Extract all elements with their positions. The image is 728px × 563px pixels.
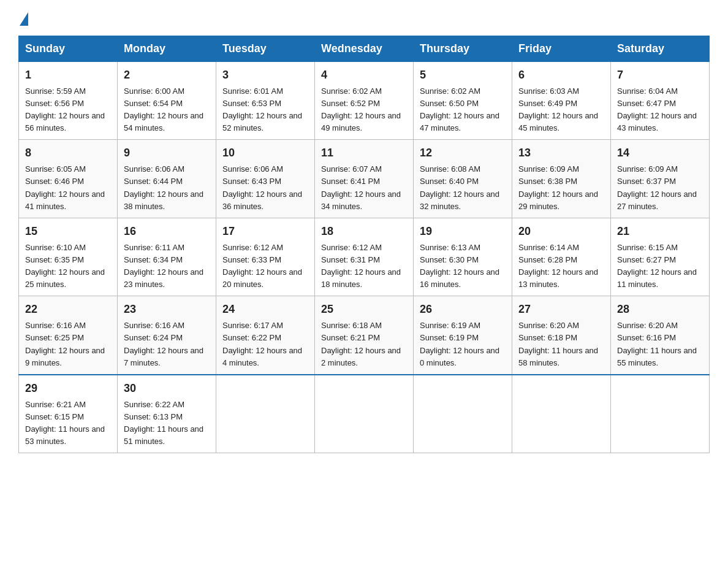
calendar-day-cell: 24Sunrise: 6:17 AMSunset: 6:22 PMDayligh…: [216, 296, 315, 375]
calendar-day-cell: [216, 375, 315, 453]
day-info: Sunrise: 6:21 AMSunset: 6:15 PMDaylight:…: [25, 399, 111, 448]
calendar-week-row: 15Sunrise: 6:10 AMSunset: 6:35 PMDayligh…: [19, 218, 710, 296]
day-of-week-header: Wednesday: [315, 36, 414, 62]
logo: [18, 12, 29, 26]
calendar-day-cell: 14Sunrise: 6:09 AMSunset: 6:37 PMDayligh…: [611, 140, 710, 218]
day-info: Sunrise: 6:08 AMSunset: 6:40 PMDaylight:…: [420, 163, 506, 213]
day-number: 10: [222, 145, 308, 162]
day-info: Sunrise: 6:20 AMSunset: 6:18 PMDaylight:…: [518, 320, 604, 369]
day-of-week-header: Thursday: [414, 36, 512, 62]
day-number: 21: [617, 223, 703, 240]
calendar-day-cell: 12Sunrise: 6:08 AMSunset: 6:40 PMDayligh…: [414, 140, 512, 218]
day-number: 29: [25, 380, 111, 397]
day-info: Sunrise: 6:04 AMSunset: 6:47 PMDaylight:…: [617, 85, 703, 135]
day-number: 26: [420, 301, 506, 318]
calendar-week-row: 8Sunrise: 6:05 AMSunset: 6:46 PMDaylight…: [19, 140, 710, 218]
calendar-day-cell: 13Sunrise: 6:09 AMSunset: 6:38 PMDayligh…: [512, 140, 611, 218]
day-number: 6: [518, 67, 604, 84]
day-number: 20: [518, 223, 604, 240]
day-info: Sunrise: 6:01 AMSunset: 6:53 PMDaylight:…: [222, 85, 308, 135]
calendar-week-row: 22Sunrise: 6:16 AMSunset: 6:25 PMDayligh…: [19, 296, 710, 375]
day-info: Sunrise: 6:12 AMSunset: 6:33 PMDaylight:…: [222, 242, 308, 291]
day-number: 14: [617, 145, 703, 162]
day-number: 12: [420, 145, 506, 162]
day-of-week-header: Friday: [512, 36, 611, 62]
day-info: Sunrise: 6:16 AMSunset: 6:25 PMDaylight:…: [25, 320, 111, 369]
calendar-day-cell: 21Sunrise: 6:15 AMSunset: 6:27 PMDayligh…: [611, 218, 710, 296]
calendar-day-cell: [414, 375, 512, 453]
calendar-day-cell: [611, 375, 710, 453]
calendar-day-cell: 7Sunrise: 6:04 AMSunset: 6:47 PMDaylight…: [611, 62, 710, 140]
day-info: Sunrise: 6:16 AMSunset: 6:24 PMDaylight:…: [124, 320, 210, 369]
day-info: Sunrise: 6:02 AMSunset: 6:50 PMDaylight:…: [420, 85, 506, 135]
page-header: [18, 12, 710, 26]
day-info: Sunrise: 6:18 AMSunset: 6:21 PMDaylight:…: [321, 320, 407, 369]
day-number: 8: [25, 145, 111, 162]
day-number: 11: [321, 145, 407, 162]
logo-triangle-icon: [20, 12, 28, 26]
calendar-day-cell: [512, 375, 611, 453]
calendar-day-cell: 18Sunrise: 6:12 AMSunset: 6:31 PMDayligh…: [315, 218, 414, 296]
day-number: 2: [124, 67, 210, 84]
calendar-day-cell: 4Sunrise: 6:02 AMSunset: 6:52 PMDaylight…: [315, 62, 414, 140]
calendar-day-cell: 26Sunrise: 6:19 AMSunset: 6:19 PMDayligh…: [414, 296, 512, 375]
day-info: Sunrise: 6:09 AMSunset: 6:38 PMDaylight:…: [518, 163, 604, 213]
calendar-day-cell: 2Sunrise: 6:00 AMSunset: 6:54 PMDaylight…: [118, 62, 216, 140]
day-info: Sunrise: 6:11 AMSunset: 6:34 PMDaylight:…: [124, 242, 210, 291]
day-info: Sunrise: 6:05 AMSunset: 6:46 PMDaylight:…: [25, 163, 111, 213]
day-info: Sunrise: 6:06 AMSunset: 6:44 PMDaylight:…: [124, 163, 210, 213]
day-number: 23: [124, 301, 210, 318]
day-info: Sunrise: 6:14 AMSunset: 6:28 PMDaylight:…: [518, 242, 604, 291]
day-info: Sunrise: 6:22 AMSunset: 6:13 PMDaylight:…: [124, 399, 210, 448]
calendar-day-cell: 9Sunrise: 6:06 AMSunset: 6:44 PMDaylight…: [118, 140, 216, 218]
day-info: Sunrise: 6:07 AMSunset: 6:41 PMDaylight:…: [321, 163, 407, 213]
day-number: 18: [321, 223, 407, 240]
day-number: 15: [25, 223, 111, 240]
day-of-week-header: Sunday: [19, 36, 118, 62]
calendar-day-cell: 8Sunrise: 6:05 AMSunset: 6:46 PMDaylight…: [19, 140, 118, 218]
calendar-day-cell: [315, 375, 414, 453]
day-number: 16: [124, 223, 210, 240]
day-info: Sunrise: 6:19 AMSunset: 6:19 PMDaylight:…: [420, 320, 506, 369]
calendar-day-cell: 10Sunrise: 6:06 AMSunset: 6:43 PMDayligh…: [216, 140, 315, 218]
calendar-day-cell: 25Sunrise: 6:18 AMSunset: 6:21 PMDayligh…: [315, 296, 414, 375]
day-info: Sunrise: 6:12 AMSunset: 6:31 PMDaylight:…: [321, 242, 407, 291]
calendar-day-cell: 6Sunrise: 6:03 AMSunset: 6:49 PMDaylight…: [512, 62, 611, 140]
day-number: 1: [25, 67, 111, 84]
day-number: 9: [124, 145, 210, 162]
day-number: 13: [518, 145, 604, 162]
logo-text: [18, 12, 29, 26]
calendar-day-cell: 17Sunrise: 6:12 AMSunset: 6:33 PMDayligh…: [216, 218, 315, 296]
day-info: Sunrise: 6:13 AMSunset: 6:30 PMDaylight:…: [420, 242, 506, 291]
day-number: 30: [124, 380, 210, 397]
day-info: Sunrise: 6:03 AMSunset: 6:49 PMDaylight:…: [518, 85, 604, 135]
calendar-day-cell: 30Sunrise: 6:22 AMSunset: 6:13 PMDayligh…: [118, 375, 216, 453]
calendar-day-cell: 3Sunrise: 6:01 AMSunset: 6:53 PMDaylight…: [216, 62, 315, 140]
day-number: 27: [518, 301, 604, 318]
day-number: 22: [25, 301, 111, 318]
day-info: Sunrise: 6:20 AMSunset: 6:16 PMDaylight:…: [617, 320, 703, 369]
calendar-day-cell: 19Sunrise: 6:13 AMSunset: 6:30 PMDayligh…: [414, 218, 512, 296]
day-number: 7: [617, 67, 703, 84]
day-info: Sunrise: 6:15 AMSunset: 6:27 PMDaylight:…: [617, 242, 703, 291]
day-number: 4: [321, 67, 407, 84]
day-number: 3: [222, 67, 308, 84]
day-info: Sunrise: 5:59 AMSunset: 6:56 PMDaylight:…: [25, 85, 111, 135]
calendar-week-row: 29Sunrise: 6:21 AMSunset: 6:15 PMDayligh…: [19, 375, 710, 453]
day-info: Sunrise: 6:00 AMSunset: 6:54 PMDaylight:…: [124, 85, 210, 135]
day-number: 17: [222, 223, 308, 240]
day-info: Sunrise: 6:09 AMSunset: 6:37 PMDaylight:…: [617, 163, 703, 213]
day-number: 24: [222, 301, 308, 318]
day-of-week-header: Monday: [118, 36, 216, 62]
day-of-week-header: Tuesday: [216, 36, 315, 62]
calendar-week-row: 1Sunrise: 5:59 AMSunset: 6:56 PMDaylight…: [19, 62, 710, 140]
calendar-day-cell: 1Sunrise: 5:59 AMSunset: 6:56 PMDaylight…: [19, 62, 118, 140]
calendar-day-cell: 5Sunrise: 6:02 AMSunset: 6:50 PMDaylight…: [414, 62, 512, 140]
day-of-week-header: Saturday: [611, 36, 710, 62]
calendar-day-cell: 15Sunrise: 6:10 AMSunset: 6:35 PMDayligh…: [19, 218, 118, 296]
calendar-day-cell: 29Sunrise: 6:21 AMSunset: 6:15 PMDayligh…: [19, 375, 118, 453]
day-info: Sunrise: 6:06 AMSunset: 6:43 PMDaylight:…: [222, 163, 308, 213]
calendar-day-cell: 20Sunrise: 6:14 AMSunset: 6:28 PMDayligh…: [512, 218, 611, 296]
calendar-day-cell: 22Sunrise: 6:16 AMSunset: 6:25 PMDayligh…: [19, 296, 118, 375]
day-number: 19: [420, 223, 506, 240]
